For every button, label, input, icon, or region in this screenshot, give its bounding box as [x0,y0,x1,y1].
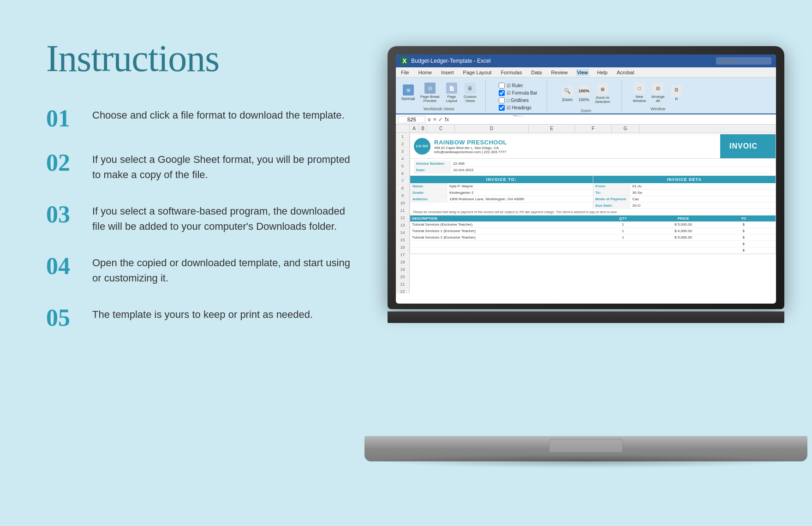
headings-label: ☑ Headings [507,105,531,110]
step-number-4: 04 [46,254,92,278]
invoice-logo: LO GO [414,138,430,155]
list-item: 01 Choose and click a file format to dow… [46,106,355,131]
row-7: 7 [396,177,409,185]
excel-logo-icon: X [400,57,408,65]
menu-formulas[interactable]: Formulas [499,69,523,76]
address-value: 1909 Robinson Lane, Worthington, OH 4308… [447,196,593,202]
due-label: Due Date: [593,203,630,209]
formula-bar-checkbox[interactable] [499,90,505,96]
cancel-formula-icon[interactable]: × [433,116,436,123]
gridlines-check-row: □ Gridlines [499,97,537,103]
headings-check-row: ☑ Headings [499,105,537,111]
laptop-shadow [378,454,794,468]
menu-acrobat[interactable]: Acrobat [615,69,636,76]
school-address: 456 El Cajon Blvd ste c, San Diego, CA [434,146,507,150]
address-row: Address: 1909 Robinson Lane, Worthington… [410,196,593,203]
col-qty-header: QTY [593,216,653,221]
item-1-price: $ 5,000.00 [653,222,714,227]
headings-checkbox[interactable] [499,105,505,111]
school-info: RAINBOW PRESCHOOL 456 El Cajon Blvd ste … [434,139,507,154]
invoice-details-header: INVOICE DETA [593,176,776,183]
item-3-desc: Tutorial Services 2 (Exclusive Teacher) [412,235,593,239]
row-17: 17 [396,251,409,258]
col-g: G [612,125,639,132]
item-1-qty: 1 [593,222,653,227]
ribbon-btn-normal[interactable]: ⊞ Normal [400,84,417,102]
ribbon-btn-arrange[interactable]: ⊟ ArrangeAll [650,82,666,104]
window-label: Window [651,107,665,111]
col-total-header: TO [713,216,774,221]
confirm-formula-icon[interactable]: ✓ [438,116,443,123]
menu-insert[interactable]: Insert [440,69,455,76]
column-headers: A B C D E F G [396,125,776,133]
list-item: 03 If you select a software-based progra… [46,202,355,234]
to-label: To: [593,190,630,196]
date-label: Date: [414,167,451,173]
menu-page-layout[interactable]: Page Layout [462,69,493,76]
menu-data[interactable]: Data [530,69,543,76]
ribbon-btn-zoom[interactable]: 🔍 Zoom [560,84,575,103]
menu-view[interactable]: View [576,69,590,76]
ribbon-btn-custom-views[interactable]: ☰ CustomViews [462,82,478,104]
item-4-price [653,242,714,246]
row-14: 14 [396,229,409,236]
invoice-item-1: Tutorial Services (Exclusive Teacher) 1 … [410,221,776,228]
invoice-title-box: INVOIC [720,134,776,158]
col-e: E [529,125,575,132]
col-f: F [575,125,612,132]
row-8: 8 [396,185,409,192]
from-label: From: [593,183,630,189]
row-22: 22 [396,288,409,293]
expand-icon[interactable]: ∨ [427,116,431,123]
payment-row: Mode of Payment Cas [593,196,776,203]
invoice-to-right: INVOICE DETA From: 01-Ju To: 30-Se [593,176,776,209]
laptop-mockup: X Budget-Ledger-Template - Excel File Ho… [364,46,812,489]
col-desc-header: DESCRIPTION [412,216,593,221]
date-value: 10-Oct-2022 [451,167,772,173]
zoom-label: Zoom [581,108,591,113]
payment-label: Mode of Payment [593,196,630,202]
step-text-3: If you select a software-based program, … [92,202,355,234]
invoice-item-3: Tutorial Services 2 (Exclusive Teacher) … [410,234,776,241]
ribbon-zoom: 🔍 Zoom 100% 100% ⊞ [556,80,622,111]
row-12: 12 [396,214,409,221]
ribbon-btn-100[interactable]: 100% 100% [577,84,591,103]
laptop-screen: X Budget-Ledger-Template - Excel File Ho… [396,54,776,304]
ribbon-btn-page-layout[interactable]: 📄 PageLayout [443,82,460,104]
function-icon[interactable]: fx [445,116,449,123]
school-contact: info@rainbowpreschool.com | 222.333.7777 [434,150,507,154]
step-text-5: The template is yours to keep or print a… [92,305,313,322]
gridlines-checkbox[interactable] [499,97,505,103]
zoom-controls: 🔍 Zoom 100% 100% ⊞ [560,83,612,105]
excel-title-text: Budget-Ledger-Template - Excel [411,58,716,64]
menu-home[interactable]: Home [417,69,433,76]
invoice-item-4: $ [410,241,776,247]
formula-bar-label: ☑ Formula Bar [507,90,537,96]
excel-menu-bar: File Home Insert Page Layout Formulas Da… [396,67,776,78]
row-20: 20 [396,273,409,281]
step-number-3: 03 [46,203,92,227]
col-b: B [419,125,427,132]
row-2: 2 [396,140,409,148]
step-text-1: Choose and click a file format to downlo… [92,106,345,123]
ribbon-btn-page-break[interactable]: ⊟ Page BreakPreview [418,82,442,104]
ribbon-btn-new-window[interactable]: □ NewWindow [631,82,648,104]
page-container: Instructions 01 Choose and click a file … [0,0,812,526]
ribbon-btn-r[interactable]: R R [668,84,685,102]
invoice-number-label: Invoice Number: [414,161,451,167]
list-item: 05 The template is yours to keep or prin… [46,305,355,330]
formula-input[interactable] [451,116,774,123]
menu-help[interactable]: Help [596,69,609,76]
menu-review[interactable]: Review [549,69,569,76]
menu-file[interactable]: File [400,69,411,76]
item-4-qty [593,242,653,246]
item-2-qty: 1 [593,229,653,233]
instructions-list: 01 Choose and click a file format to dow… [46,106,355,330]
formula-bar-check-row: ☑ Formula Bar [499,90,537,96]
ribbon-btn-zoom-selection[interactable]: ⊞ Zoom toSelection [593,83,612,105]
excel-search-input[interactable] [716,57,771,65]
cell-reference-input[interactable] [398,116,425,123]
ruler-checkbox[interactable] [499,83,505,89]
ruler-label: ☑ Ruler [507,83,523,88]
to-row: To: 30-Se [593,190,776,196]
